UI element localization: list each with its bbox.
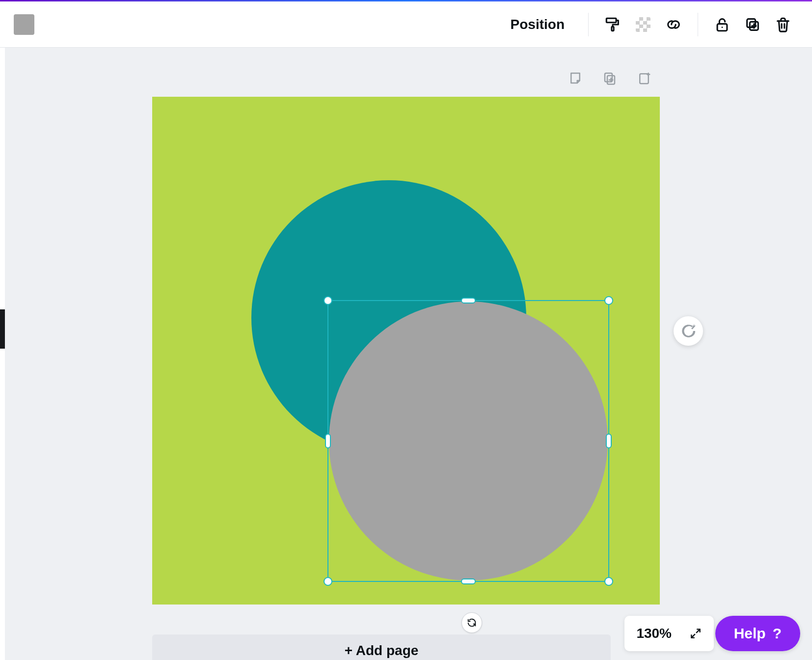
delete-button[interactable]: [772, 13, 794, 36]
comment-icon: +: [680, 323, 697, 339]
svg-rect-1: [612, 27, 614, 31]
duplicate-button[interactable]: [741, 13, 764, 36]
zoom-controls: 130%: [624, 616, 714, 651]
canvas-area[interactable]: + + Add page: [5, 48, 812, 660]
svg-rect-8: [640, 74, 649, 83]
help-glyph: ?: [773, 625, 782, 642]
svg-point-3: [722, 27, 723, 28]
lock-button[interactable]: [711, 13, 733, 36]
separator: [588, 13, 589, 36]
transparency-button[interactable]: [632, 13, 654, 36]
link-button[interactable]: [662, 13, 685, 36]
add-page-icon: [637, 71, 651, 85]
help-label: Help: [734, 625, 766, 642]
shape-circle-gray[interactable]: [329, 302, 608, 580]
duplicate-page-icon: [602, 71, 617, 85]
svg-rect-0: [606, 18, 616, 23]
position-button[interactable]: Position: [511, 17, 565, 32]
app-root: Position: [0, 0, 812, 660]
rotate-icon: [466, 617, 477, 628]
top-toolbar: Position: [0, 1, 812, 48]
copy-style-button[interactable]: [601, 13, 624, 36]
duplicate-icon: [744, 16, 761, 33]
left-panel-strip: [0, 48, 5, 660]
expand-icon: [689, 627, 702, 640]
lock-open-icon: [714, 16, 731, 33]
add-comment-button[interactable]: +: [674, 316, 703, 346]
transparency-icon: [636, 17, 650, 32]
notes-icon: [568, 71, 583, 85]
trash-icon: [775, 16, 791, 33]
paint-roller-icon: [604, 16, 621, 33]
page-controls: [567, 69, 653, 87]
page-notes-button[interactable]: [567, 69, 584, 87]
add-page-bar[interactable]: + Add page: [152, 634, 611, 660]
svg-text:+: +: [693, 323, 696, 329]
add-page-button[interactable]: [635, 69, 653, 87]
help-button[interactable]: Help ?: [715, 616, 800, 651]
duplicate-page-button[interactable]: [601, 69, 619, 87]
fullscreen-button[interactable]: [689, 627, 702, 640]
fill-color-swatch[interactable]: [14, 14, 34, 35]
link-icon: [665, 16, 682, 33]
separator: [698, 13, 698, 36]
zoom-level[interactable]: 130%: [636, 626, 672, 641]
rotate-handle[interactable]: [461, 612, 482, 633]
